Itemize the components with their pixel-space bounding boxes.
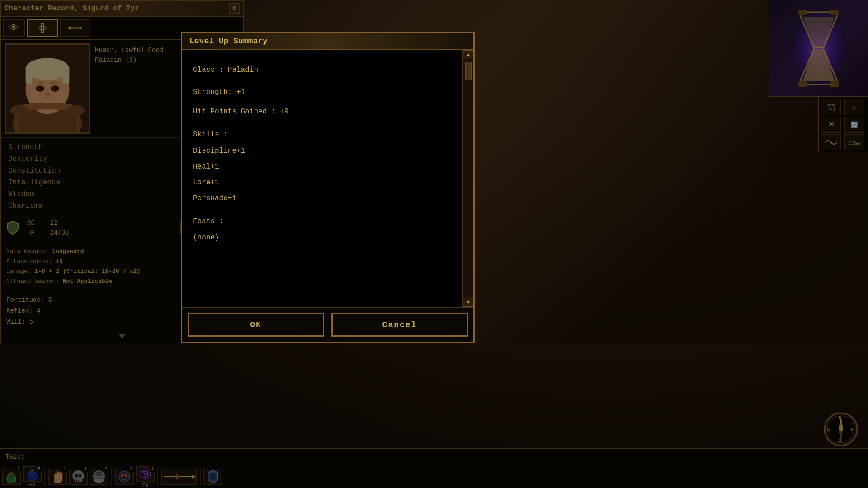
skill-heal: Heal+1 bbox=[193, 159, 452, 175]
dialog-content-area: Class : Paladin Strength: +1 Hit Points … bbox=[182, 50, 473, 307]
dialog-buttons: OK Cancel bbox=[182, 307, 473, 342]
scroll-thumb[interactable] bbox=[465, 62, 472, 80]
dialog-text: Class : Paladin Strength: +1 Hit Points … bbox=[182, 50, 462, 307]
scroll-up-button[interactable]: ▲ bbox=[463, 50, 473, 59]
class-label: Class : Paladin bbox=[193, 59, 452, 81]
hp-gained: Hit Points Gained : +9 bbox=[193, 104, 452, 120]
feats-none: (none) bbox=[193, 230, 452, 246]
skills-header: Skills : bbox=[193, 127, 452, 143]
skill-persuade: Persuade+1 bbox=[193, 191, 452, 206]
scroll-down-button[interactable]: ▼ bbox=[463, 298, 473, 307]
ok-button[interactable]: OK bbox=[188, 313, 324, 337]
skill-lore: Lore+1 bbox=[193, 175, 452, 191]
dialog-title: Level Up Summary bbox=[182, 33, 473, 50]
strength-gained: Strength: +1 bbox=[193, 84, 452, 100]
scrollbar: ▲ ▼ bbox=[462, 50, 473, 307]
feats-header: Feats : bbox=[193, 214, 452, 230]
scroll-track bbox=[465, 61, 472, 296]
cancel-button[interactable]: Cancel bbox=[331, 313, 468, 337]
skill-discipline: Discipline+1 bbox=[193, 143, 452, 159]
level-up-dialog: Level Up Summary Class : Paladin Strengt… bbox=[181, 32, 475, 343]
